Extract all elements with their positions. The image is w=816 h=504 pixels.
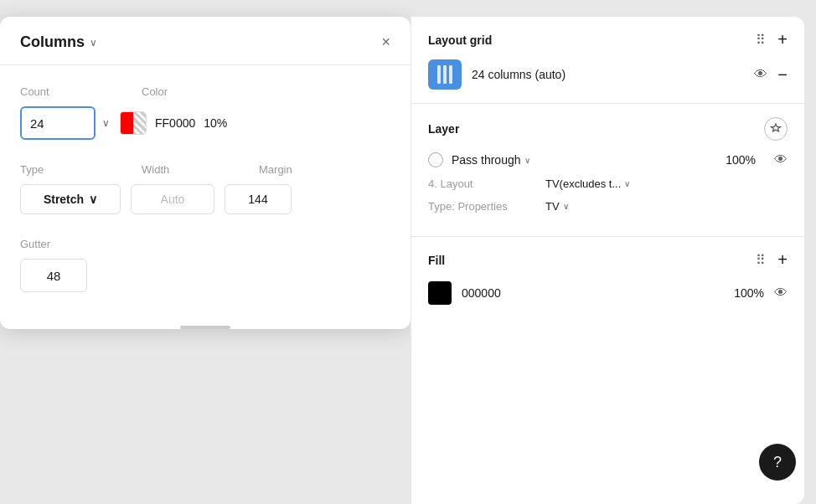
type-properties-value: TV <box>545 200 560 213</box>
fill-dots-icon[interactable]: ⠿ <box>756 252 767 268</box>
gutter-label: Gutter <box>20 238 390 250</box>
form-labels-row: Count Color <box>20 85 390 98</box>
gutter-input[interactable]: 48 <box>20 259 87 292</box>
margin-label: Margin <box>259 163 390 176</box>
fill-section: Fill ⠿ + 000000 100% 👁 <box>411 237 804 318</box>
right-panel: Layout grid ⠿ + 24 columns (auto) 👁 − <box>411 17 804 504</box>
color-label: Color <box>142 85 390 98</box>
fill-visibility-icon[interactable]: 👁 <box>774 285 788 301</box>
help-button[interactable]: ? <box>759 444 796 481</box>
fill-opacity-value: 100% <box>734 286 764 300</box>
left-panel: Columns ∨ × Count Color ∨ FF0000 10% <box>0 17 411 329</box>
layout-sub-value-text: TV(excludes t... <box>545 177 621 190</box>
stretch-button[interactable]: Stretch ∨ <box>20 184 121 214</box>
grid-item-label: 24 columns (auto) <box>472 68 744 81</box>
dots-icon[interactable]: ⠿ <box>756 32 767 48</box>
grid-item: 24 columns (auto) 👁 − <box>428 59 788 90</box>
close-icon[interactable]: × <box>381 33 390 51</box>
title-group: Columns ∨ <box>20 33 97 51</box>
color-swatch[interactable] <box>120 111 147 135</box>
title-chevron-icon[interactable]: ∨ <box>90 37 97 49</box>
fill-actions: ⠿ + <box>756 250 788 270</box>
type-chevron-icon: ∨ <box>563 202 569 211</box>
layout-sub-dropdown[interactable]: TV(excludes t... ∨ <box>545 177 630 190</box>
color-opacity-value: 10% <box>204 116 227 130</box>
fill-hex-value: 000000 <box>462 286 724 300</box>
count-chevron-icon[interactable]: ∨ <box>102 117 110 129</box>
layout-sub-chevron-icon: ∨ <box>624 179 630 188</box>
layer-options-icon[interactable] <box>764 117 788 141</box>
panel-title: Columns <box>20 33 85 51</box>
add-layout-grid-icon[interactable]: + <box>777 30 788 49</box>
blend-mode-icon <box>428 152 443 167</box>
second-labels-row: Type Width Margin <box>20 163 390 176</box>
blend-chevron-icon: ∨ <box>524 156 530 165</box>
fill-color-swatch[interactable] <box>428 281 452 305</box>
stretch-chevron-icon: ∨ <box>89 193 97 206</box>
type-label: Type <box>20 163 142 176</box>
layout-grid-header: Layout grid ⠿ + <box>428 30 788 49</box>
form-inputs-row: ∨ FF0000 10% <box>20 106 390 140</box>
auto-input[interactable]: Auto <box>131 184 214 214</box>
remove-grid-icon[interactable]: − <box>777 65 788 85</box>
panel-header: Columns ∨ × <box>0 17 411 65</box>
add-fill-icon[interactable]: + <box>777 250 788 270</box>
auto-label: Auto <box>161 193 185 206</box>
grid-bar-3 <box>449 65 452 84</box>
margin-value: 144 <box>248 193 267 206</box>
type-properties-dropdown[interactable]: TV ∨ <box>545 200 569 213</box>
swatch-checker <box>133 112 146 134</box>
layout-grid-title: Layout grid <box>428 33 492 47</box>
layer-title: Layer <box>428 122 459 136</box>
second-inputs-row: Stretch ∨ Auto 144 <box>20 184 390 214</box>
type-properties-label: Type: Properties <box>428 200 545 213</box>
right-wrapper: Layout grid ⠿ + 24 columns (auto) 👁 − <box>411 17 816 504</box>
panel-content: Count Color ∨ FF0000 10% Type Width Marg… <box>0 65 411 316</box>
grid-bar-2 <box>443 65 447 84</box>
count-label: Count <box>20 85 142 98</box>
layout-grid-section: Layout grid ⠿ + 24 columns (auto) 👁 − <box>411 17 804 104</box>
stretch-label: Stretch <box>44 193 84 206</box>
gutter-section: Gutter 48 <box>20 238 390 292</box>
color-hex-value: FF0000 <box>155 116 195 130</box>
count-wrapper: ∨ <box>20 106 110 140</box>
layer-opacity-value: 100% <box>726 153 756 167</box>
gutter-value: 48 <box>47 269 61 283</box>
layer-visibility-icon[interactable]: 👁 <box>774 152 788 167</box>
fill-row: 000000 100% 👁 <box>428 281 788 305</box>
count-input[interactable] <box>20 106 96 140</box>
blend-mode-row: Pass through ∨ 100% 👁 <box>428 152 788 167</box>
fill-title: Fill <box>428 254 445 267</box>
help-icon: ? <box>773 454 782 471</box>
width-label: Width <box>142 163 259 176</box>
scroll-hint <box>180 326 230 329</box>
grid-columns-icon[interactable] <box>428 59 462 90</box>
grid-visibility-icon[interactable]: 👁 <box>754 67 767 82</box>
swatch-color <box>121 112 133 134</box>
layer-section: Layer Pass through ∨ 100% 👁 4. <box>411 104 804 237</box>
grid-bar-1 <box>437 65 441 84</box>
color-swatch-group: FF0000 10% <box>120 111 227 135</box>
fill-header: Fill ⠿ + <box>428 250 788 270</box>
layer-header: Layer <box>428 117 788 141</box>
layout-sub-row: 4. Layout TV(excludes t... ∨ <box>428 177 788 190</box>
blend-mode-dropdown[interactable]: Pass through ∨ <box>452 153 717 167</box>
type-properties-row: Type: Properties TV ∨ <box>428 200 788 213</box>
margin-input[interactable]: 144 <box>225 184 292 214</box>
blend-mode-label: Pass through <box>452 153 521 167</box>
layout-grid-actions: ⠿ + <box>756 30 788 49</box>
layout-sub-label: 4. Layout <box>428 177 545 190</box>
